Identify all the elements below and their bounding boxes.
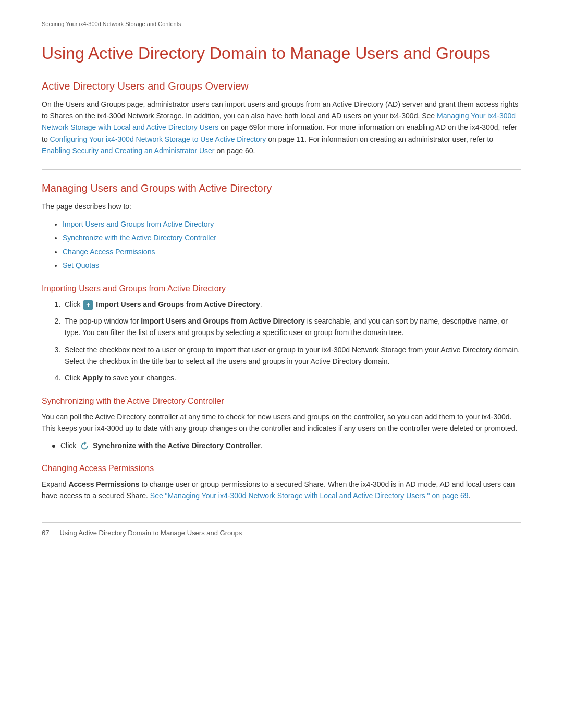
sync-bold: Synchronize with the Active Directory Co… <box>93 441 261 449</box>
footer-title: Using Active Directory Domain to Manage … <box>59 529 242 537</box>
managing-intro: The page describes how to: <box>42 201 521 212</box>
managing-bullet-list: Import Users and Groups from Active Dire… <box>63 218 521 272</box>
list-item: Click + Import Users and Groups from Act… <box>63 299 521 310</box>
changing-text-end: . <box>469 491 471 500</box>
importing-section: Importing Users and Groups from Active D… <box>42 284 521 384</box>
sync-bullet-item: Click Synchronize with the Active Direct… <box>42 441 521 451</box>
list-item: Synchronize with the Active Directory Co… <box>63 232 521 243</box>
changing-bold: Access Permissions <box>68 480 139 488</box>
bullet-link-quotas[interactable]: Set Quotas <box>63 261 99 269</box>
sync-period: . <box>261 441 263 449</box>
sync-bullet-content: Click Synchronize with the Active Direct… <box>60 441 263 451</box>
step3-text: Select the checkbox next to a user or gr… <box>65 346 520 365</box>
overview-text-4: on page 60. <box>215 146 255 155</box>
overview-link-3[interactable]: Enabling Security and Creating an Admini… <box>42 146 215 155</box>
sync-text-before: Click <box>60 441 78 449</box>
step4-text-after: to save your changes. <box>103 374 176 382</box>
list-item: Click Apply to save your changes. <box>63 372 521 384</box>
changing-paragraph: Expand Access Permissions to change user… <box>42 478 521 502</box>
overview-text-3: on page 11. For information on creating … <box>266 135 493 143</box>
import-plus-icon: + <box>83 300 93 310</box>
changing-title: Changing Access Permissions <box>42 464 521 473</box>
step4-text-before: Click <box>65 374 82 382</box>
step2-text-before: The pop-up window for <box>65 317 141 325</box>
list-item: The pop-up window for Import Users and G… <box>63 315 521 339</box>
changing-text-before: Expand <box>42 480 68 488</box>
step1-period: . <box>260 300 262 309</box>
overview-paragraph: On the Users and Groups page, administra… <box>42 98 521 157</box>
step2-bold: Import Users and Groups from Active Dire… <box>141 317 305 325</box>
importing-title: Importing Users and Groups from Active D… <box>42 284 521 293</box>
bullet-link-sync[interactable]: Synchronize with the Active Directory Co… <box>63 233 216 242</box>
overview-link-2[interactable]: Configuring Your ix4-300d Network Storag… <box>50 135 266 143</box>
bullet-link-access[interactable]: Change Access Permissions <box>63 248 155 256</box>
bullet-link-import[interactable]: Import Users and Groups from Active Dire… <box>63 220 214 228</box>
step4-bold: Apply <box>82 374 103 382</box>
changing-link[interactable]: See "Managing Your ix4-300d Network Stor… <box>150 491 469 500</box>
footer-page-number: 67 <box>42 529 49 537</box>
list-item: Set Quotas <box>63 260 521 271</box>
synchronizing-section: Synchronizing with the Active Directory … <box>42 397 521 451</box>
footer: 67 Using Active Directory Domain to Mana… <box>42 522 521 537</box>
overview-title: Active Directory Users and Groups Overvi… <box>42 80 521 92</box>
sync-refresh-icon <box>79 441 90 451</box>
managing-title: Managing Users and Groups with Active Di… <box>42 182 521 194</box>
synchronizing-title: Synchronizing with the Active Directory … <box>42 397 521 406</box>
list-item: Select the checkbox next to a user or gr… <box>63 344 521 367</box>
step1-bold: Import Users and Groups from Active Dire… <box>96 300 260 309</box>
importing-steps: Click + Import Users and Groups from Act… <box>63 299 521 384</box>
breadcrumb: Securing Your ix4-300d Network Storage a… <box>42 21 521 27</box>
synchronizing-paragraph: You can poll the Active Directory contro… <box>42 411 521 435</box>
overview-section: Active Directory Users and Groups Overvi… <box>42 80 521 157</box>
step1-text-before: Click <box>65 300 82 309</box>
changing-section: Changing Access Permissions Expand Acces… <box>42 464 521 502</box>
section-divider <box>42 169 521 170</box>
managing-section: Managing Users and Groups with Active Di… <box>42 182 521 272</box>
list-item: Change Access Permissions <box>63 246 521 257</box>
bullet-dot-icon <box>52 445 55 448</box>
page-title: Using Active Directory Domain to Manage … <box>42 43 521 65</box>
list-item: Import Users and Groups from Active Dire… <box>63 218 521 230</box>
